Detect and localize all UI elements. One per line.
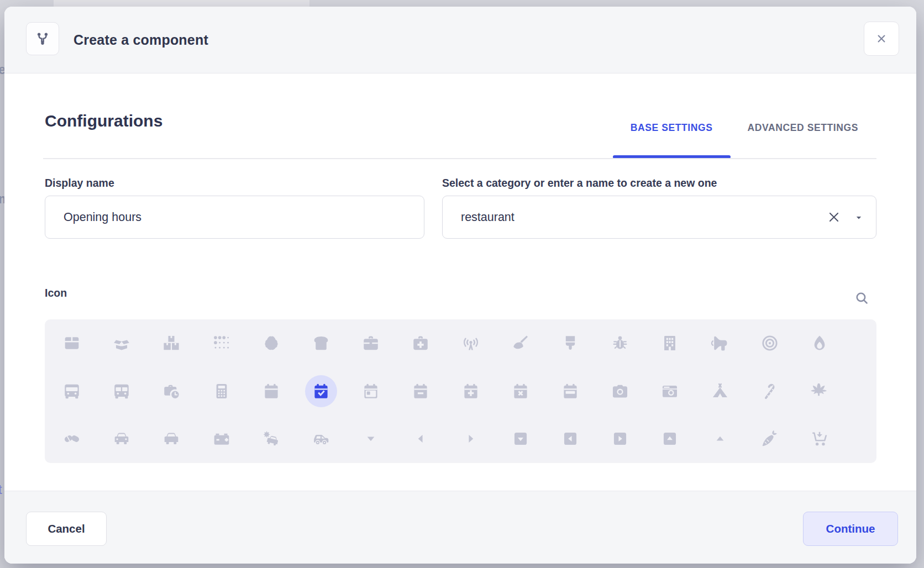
camera-retro-icon <box>660 382 679 401</box>
caret-right-icon <box>461 429 480 448</box>
icon-option-broom[interactable] <box>505 327 537 359</box>
calendar-check-icon <box>312 382 330 401</box>
page-title: Configurations <box>45 112 162 130</box>
display-name-label: Display name <box>45 177 114 190</box>
search-icon[interactable] <box>854 291 869 306</box>
category-label: Select a category or enter a name to cre… <box>442 177 717 190</box>
caret-down-icon[interactable] <box>853 212 864 223</box>
backdrop-text-fragment: t <box>0 482 2 497</box>
icon-option-car-crash[interactable] <box>255 423 287 455</box>
icon-option-caret-square-left[interactable] <box>554 423 586 455</box>
continue-button[interactable]: Continue <box>803 512 898 546</box>
icon-option-briefcase-medical[interactable] <box>405 327 437 359</box>
icon-option-bread-slice[interactable] <box>305 327 337 359</box>
icon-option-calendar-times[interactable] <box>505 375 537 407</box>
broadcast-tower-icon <box>461 334 480 353</box>
carrot-icon <box>760 429 779 448</box>
create-component-modal: Create a component Configurations BASE S… <box>4 7 916 564</box>
icon-option-bullhorn[interactable] <box>704 327 736 359</box>
campground-icon <box>711 382 729 401</box>
close-icon <box>874 31 889 46</box>
briefcase-icon <box>361 334 380 353</box>
braille-icon <box>212 334 231 353</box>
icon-option-bus[interactable] <box>56 375 88 407</box>
icon-option-bug[interactable] <box>604 327 636 359</box>
icon-option-capsules[interactable] <box>56 423 88 455</box>
close-button[interactable] <box>864 22 899 56</box>
icon-option-carrot[interactable] <box>754 423 786 455</box>
icon-option-caret-left[interactable] <box>405 423 437 455</box>
icon-option-caret-down[interactable] <box>355 423 387 455</box>
category-input[interactable] <box>442 196 876 239</box>
icon-option-calendar-minus[interactable] <box>405 375 437 407</box>
calendar-week-icon <box>561 382 580 401</box>
icon-option-braille[interactable] <box>206 327 238 359</box>
icon-option-calendar[interactable] <box>255 375 287 407</box>
caret-left-icon <box>411 429 430 448</box>
calendar-minus-icon <box>411 382 430 401</box>
icon-option-camera[interactable] <box>604 375 636 407</box>
icon-option-car-battery[interactable] <box>206 423 238 455</box>
calendar-plus-icon <box>461 382 480 401</box>
icon-option-bus-alt[interactable] <box>106 375 138 407</box>
camera-icon <box>611 382 629 401</box>
cancel-button[interactable]: Cancel <box>26 512 107 546</box>
caret-square-down-icon <box>511 429 530 448</box>
building-icon <box>660 334 679 353</box>
box-icon <box>62 334 81 353</box>
icon-option-caret-square-down[interactable] <box>505 423 537 455</box>
icon-option-calendar-week[interactable] <box>554 375 586 407</box>
modal-title: Create a component <box>74 7 208 73</box>
icon-option-calendar-check-selected[interactable] <box>305 375 337 407</box>
icon-picker-label: Icon <box>45 287 67 299</box>
display-name-input[interactable] <box>45 196 424 239</box>
caret-square-right-icon <box>611 429 629 448</box>
icon-option-cart-arrow-down[interactable] <box>804 423 836 455</box>
icon-option-box-open[interactable] <box>106 327 138 359</box>
icon-option-caret-right[interactable] <box>455 423 487 455</box>
icon-option-calculator[interactable] <box>206 375 238 407</box>
icon-option-brain[interactable] <box>255 327 287 359</box>
candy-cane-icon <box>760 382 779 401</box>
icon-option-business-time[interactable] <box>155 375 187 407</box>
icon-option-calendar-plus[interactable] <box>455 375 487 407</box>
icon-option-box[interactable] <box>56 327 88 359</box>
icon-option-car-alt[interactable] <box>155 423 187 455</box>
icon-option-brush[interactable] <box>554 327 586 359</box>
icon-option-caret-square-right[interactable] <box>604 423 636 455</box>
brush-icon <box>561 334 580 353</box>
icon-option-campground[interactable] <box>704 375 736 407</box>
cannabis-icon <box>810 382 829 401</box>
boxes-stacked-icon <box>162 334 181 353</box>
icon-option-camera-retro[interactable] <box>654 375 686 407</box>
caret-square-up-icon <box>660 429 679 448</box>
icon-picker-panel <box>45 319 876 463</box>
car-side-icon <box>312 429 330 448</box>
icon-option-boxes-stacked[interactable] <box>155 327 187 359</box>
icon-option-caret-up[interactable] <box>704 423 736 455</box>
tab-advanced-settings[interactable]: ADVANCED SETTINGS <box>748 118 858 158</box>
icon-option-cannabis[interactable] <box>804 375 836 407</box>
car-alt-icon <box>162 429 181 448</box>
caret-up-icon <box>711 429 729 448</box>
icon-option-caret-square-up[interactable] <box>654 423 686 455</box>
icon-option-bullseye[interactable] <box>754 327 786 359</box>
icon-option-broadcast-tower[interactable] <box>455 327 487 359</box>
tab-base-settings[interactable]: BASE SETTINGS <box>613 118 731 158</box>
modal-footer: Cancel Continue <box>4 491 916 564</box>
icon-option-calendar-day[interactable] <box>355 375 387 407</box>
clear-x-icon[interactable] <box>827 210 841 224</box>
bullhorn-icon <box>711 334 729 353</box>
car-crash-icon <box>262 429 281 448</box>
calculator-icon <box>212 382 231 401</box>
bus-alt-icon <box>112 382 131 401</box>
icon-option-burn[interactable] <box>804 327 836 359</box>
background-page-edge <box>54 0 309 7</box>
icon-option-car-side[interactable] <box>305 423 337 455</box>
icon-option-car[interactable] <box>106 423 138 455</box>
icon-grid <box>45 319 876 463</box>
icon-option-candy-cane[interactable] <box>754 375 786 407</box>
briefcase-medical-icon <box>411 334 430 353</box>
icon-option-briefcase[interactable] <box>355 327 387 359</box>
icon-option-building[interactable] <box>654 327 686 359</box>
